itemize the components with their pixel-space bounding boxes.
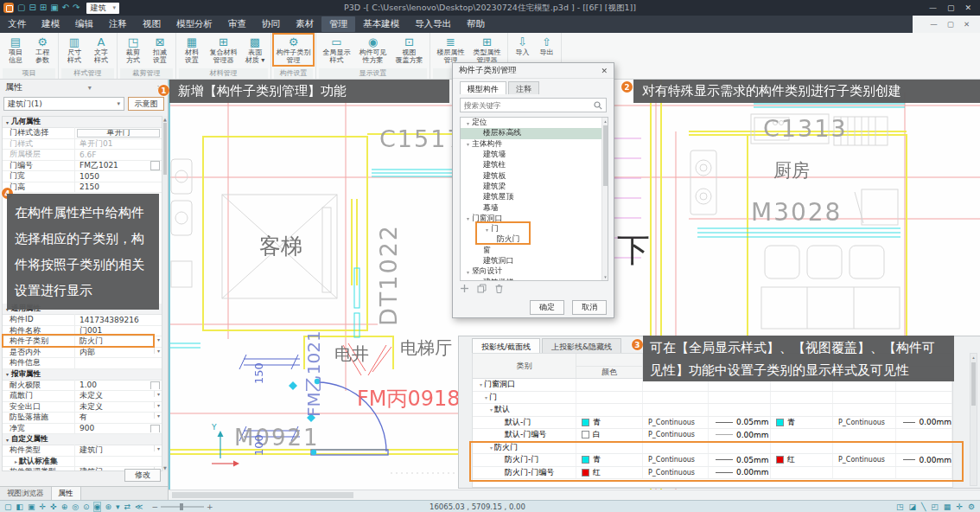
menu-help[interactable]: 帮助 — [459, 16, 493, 32]
property-row-safety-exit[interactable]: 安全出口 未定义 — [3, 402, 162, 413]
menu-import-export[interactable]: 导入导出 — [407, 16, 459, 32]
zoom-slider-thumb[interactable] — [180, 503, 183, 510]
restore-button[interactable]: ▢ — [947, 3, 955, 12]
search-box[interactable] — [460, 98, 607, 112]
property-row-door-number[interactable]: 门编号 FM乙1021 — [3, 161, 162, 172]
doc-restore-button[interactable]: ▢ — [947, 20, 954, 29]
canvas-horizontal-scrollbar[interactable] — [169, 490, 980, 500]
clip-mode-button[interactable]: ◳ 裁剪 方式 — [120, 35, 146, 65]
dialog-tab-model-components[interactable]: 模型构件 — [460, 81, 506, 94]
property-row-door-width[interactable]: 门宽 1050 — [3, 171, 162, 182]
new-file-icon[interactable]: ▢ — [17, 3, 25, 13]
settings-gear-icon[interactable]: ⚙ — [968, 502, 975, 511]
tree-node-floor-elevation-line[interactable]: 楼层标高线 — [461, 128, 608, 138]
zoom-icon[interactable]: ◎ — [72, 502, 79, 511]
tree-node-window[interactable]: 窗 — [461, 246, 608, 256]
ok-button[interactable]: 确定 — [530, 300, 564, 315]
workplane-icon[interactable]: ◪ — [908, 502, 916, 511]
component-visibility-button[interactable]: ◉ 构件可见 性方案 — [355, 35, 391, 65]
property-row-fall-protection[interactable]: 防坠落措施 有 — [3, 413, 162, 424]
menu-basic-modeling[interactable]: 基本建模 — [355, 16, 407, 32]
dimension-style-button[interactable]: ▥ 尺寸 样式 — [61, 35, 87, 65]
dialog-tab-annotation[interactable]: 注释 — [508, 81, 539, 94]
close-button[interactable]: ✕ — [964, 3, 971, 12]
menu-model-analysis[interactable]: 模型分析 — [169, 16, 220, 32]
text-style-button[interactable]: A 文字 样式 — [88, 35, 114, 65]
minimize-button[interactable]: — — [929, 3, 937, 12]
property-row-component-info[interactable]: 构件信息 — [3, 358, 162, 369]
table-scrollbar[interactable]: ▴ — [970, 353, 977, 486]
new-view-icon[interactable]: ▢ — [4, 502, 12, 511]
floor-property-manage-button[interactable]: ≣ 楼层属性 管理 — [433, 35, 468, 65]
property-row-component-type[interactable]: 构件类型 建筑门 — [3, 445, 162, 457]
color-swatch[interactable] — [582, 419, 589, 426]
color-swatch[interactable] — [582, 431, 589, 438]
open-file-icon[interactable]: ⊟ — [29, 3, 35, 13]
color-swatch[interactable] — [776, 419, 784, 426]
tree-node-beam[interactable]: 建筑梁 — [461, 182, 608, 192]
table-row-door-group[interactable]: ▾门 — [473, 392, 952, 405]
property-row-fire-rating[interactable]: 耐火极限 1.00 — [3, 381, 162, 392]
save-icon[interactable]: ⊞ — [40, 3, 47, 13]
tree-node-location[interactable]: ▾定位 — [461, 118, 608, 128]
collapse-icon[interactable]: ≪ — [135, 502, 143, 511]
tree-node-curtain-wall[interactable]: 幕墙 — [461, 202, 608, 213]
section-geometry[interactable]: ▾几何属性 — [3, 117, 162, 128]
tree-node-roof[interactable]: 建筑屋顶 — [461, 192, 608, 202]
property-row-clear-width[interactable]: 净宽 900 — [3, 424, 162, 435]
material-settings-button[interactable]: ▦ 材料 设置 — [179, 35, 205, 65]
shading-icon[interactable]: ⊛ — [105, 502, 111, 511]
menu-edit[interactable]: 编辑 — [67, 16, 101, 32]
menu-file[interactable]: 文件 — [0, 16, 34, 32]
tree-scrollbar[interactable]: ▴▾ — [601, 118, 608, 280]
section-review[interactable]: ▾报审属性 — [3, 369, 162, 381]
table-row-default-group[interactable]: ▾默认 — [473, 404, 952, 417]
zoom-slider[interactable]: − + — [152, 502, 213, 511]
tree-node-vertical-design[interactable]: ▾竖向设计 — [461, 266, 608, 277]
menu-review[interactable]: 审查 — [220, 16, 254, 32]
orbit-icon[interactable]: ⊙ — [83, 502, 90, 511]
window-tile-icon[interactable]: ◧ — [16, 502, 24, 511]
tree-node-slab[interactable]: 建筑板 — [461, 170, 608, 181]
tree-node-stair[interactable]: 建筑楼梯 — [461, 277, 608, 281]
section-custom[interactable]: ▾自定义属性 — [3, 434, 162, 445]
move-icon[interactable]: ✛ — [40, 502, 47, 511]
tab-properties[interactable]: 属性 — [51, 487, 81, 500]
global-display-style-button[interactable]: ▭ 全局显示 样式 — [319, 35, 354, 65]
add-subcategory-icon[interactable] — [460, 284, 469, 293]
property-row-door-style-select[interactable]: 门样式选择 单开门 — [3, 128, 162, 139]
property-row-default-standard-set[interactable]: ▸ 默认标准集 — [3, 457, 162, 468]
panel-menu-icon[interactable]: ▾ — [81, 84, 92, 92]
tree-node-wall[interactable]: 建筑墙 — [461, 150, 608, 160]
menu-view[interactable]: 视图 — [135, 16, 169, 32]
property-row-door-height[interactable]: 门高 2150 — [3, 182, 162, 194]
property-row-interior-exterior[interactable]: 是否内外 内部 — [3, 348, 162, 359]
deduction-settings-button[interactable]: ⊠ 扣减 设置 — [147, 35, 173, 65]
zoom-in-icon[interactable]: + — [207, 502, 213, 511]
menu-manage[interactable]: 管理 — [321, 16, 355, 32]
menu-collaborate[interactable]: 协同 — [254, 16, 288, 32]
dialog-close-icon[interactable]: ✕ — [601, 67, 608, 75]
view-mode-icon[interactable]: ◉ — [94, 502, 101, 511]
corner-view-icon[interactable]: ◰ — [931, 502, 939, 511]
window-cascade-icon[interactable]: ▣ — [28, 502, 35, 511]
type-property-manager-button[interactable]: ⊞ 类型属性 管理器 — [469, 35, 505, 65]
redo-icon[interactable]: ↷ — [73, 3, 80, 13]
table-row-default-door[interactable]: 默认-门 青 P_Continuous 0.05mm 青 P_Continuou… — [473, 417, 952, 430]
save-as-icon[interactable]: ▣ — [50, 3, 58, 13]
composite-material-manager-button[interactable]: ⊞ 复合材料 管理器 — [206, 35, 241, 65]
chevron-down-icon[interactable]: ▾ — [116, 502, 120, 511]
cancel-button[interactable]: 取消 — [572, 300, 607, 315]
project-params-button[interactable]: ⚙ 工程 参数 — [29, 35, 55, 65]
delete-icon[interactable] — [494, 284, 504, 293]
tab-projection-section-lines[interactable]: 投影线/截面线 — [472, 338, 540, 353]
tab-view-browser[interactable]: 视图浏览器 — [0, 487, 51, 500]
tree-node-column[interactable]: 建筑柱 — [461, 160, 608, 170]
menu-modeling[interactable]: 建模 — [34, 16, 67, 32]
export-button[interactable]: ⇧ 导出 — [535, 35, 558, 57]
undo-icon[interactable]: ↶ — [62, 3, 69, 13]
duplicate-icon[interactable] — [477, 284, 487, 293]
surface-material-button[interactable]: ▩ 表面 材质 ▾ — [242, 35, 268, 65]
menu-assets[interactable]: 素材 — [288, 16, 321, 32]
schematic-button[interactable]: 示意图 — [128, 97, 164, 111]
